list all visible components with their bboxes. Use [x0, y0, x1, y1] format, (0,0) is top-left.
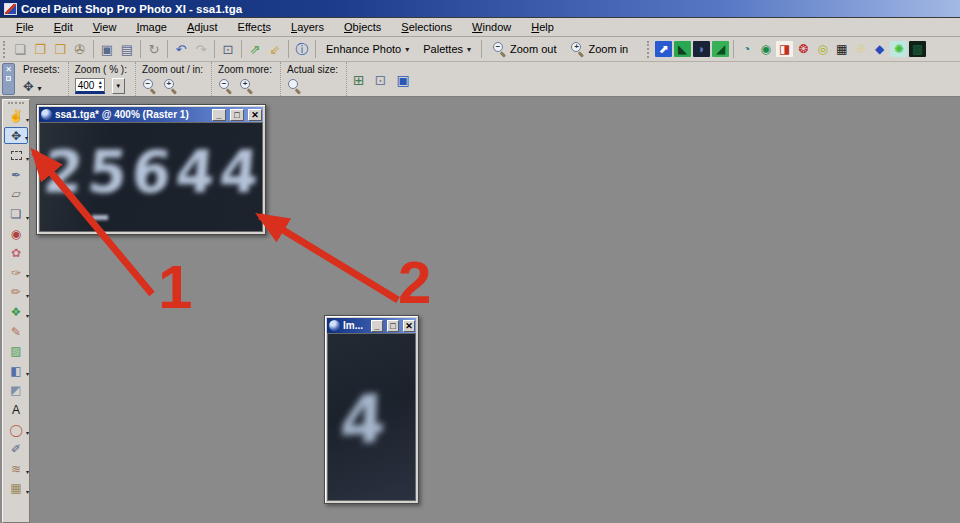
menu-view[interactable]: View — [83, 19, 127, 35]
selection-tool[interactable]: ▾ — [4, 147, 28, 164]
browse-button[interactable]: ❒ — [50, 39, 70, 59]
zoom-out-button[interactable]: − Zoom out — [485, 40, 563, 58]
app-titlebar[interactable]: Corel Paint Shop Pro Photo XI - ssa1.tga — [0, 0, 960, 18]
info-button[interactable]: ⓘ — [292, 39, 312, 59]
menu-layers[interactable]: Layers — [281, 19, 334, 35]
zoom-out-more-button[interactable]: − — [218, 79, 232, 93]
enhance-photo-button[interactable]: Enhance Photo ▾ — [319, 41, 416, 57]
paint-brush-tool[interactable]: ✎ — [4, 323, 28, 340]
undo-button[interactable]: ↶ — [171, 39, 191, 59]
chevron-down-icon[interactable]: ▾ — [26, 293, 29, 299]
flood-fill-tool[interactable]: ◧▾ — [4, 362, 28, 379]
mesh-warp-tool[interactable]: ▦▾ — [4, 480, 28, 497]
resize-button[interactable]: ⊡ — [218, 39, 238, 59]
zoom-in-more-button[interactable]: + — [239, 79, 253, 93]
scratch-remover-tool[interactable]: ✏▾ — [4, 284, 28, 301]
presets-button[interactable]: ✥ ▾ — [23, 79, 42, 94]
share-upload-button[interactable]: ⇗ — [245, 39, 265, 59]
document-window-small[interactable]: Im... _ □ ✕ 4 — [324, 315, 419, 504]
zoom-percent-input[interactable]: 400 ▴ ▾ — [75, 78, 105, 94]
close-button[interactable]: ✕ — [403, 320, 415, 332]
makeover-tool[interactable]: ✿ — [4, 245, 28, 262]
script-stop-button[interactable]: ◢ — [712, 41, 729, 57]
script-run-button[interactable]: ◣ — [674, 41, 691, 57]
chevron-down-icon[interactable]: ▾ — [26, 156, 29, 162]
chevron-down-icon[interactable]: ▾ — [26, 371, 29, 377]
effect-gem-button[interactable]: ◆ — [871, 41, 888, 57]
pick-tool[interactable]: ❏▾ — [4, 206, 28, 223]
menu-window[interactable]: Window — [462, 19, 521, 35]
effect-swirl-button[interactable]: ❂ — [795, 41, 812, 57]
maximize-button[interactable]: □ — [387, 320, 399, 332]
save-as-button[interactable]: ▤ — [117, 39, 137, 59]
menu-adjust[interactable]: Adjust — [177, 19, 228, 35]
menu-file[interactable]: File — [6, 19, 44, 35]
scan-button[interactable]: ✇ — [70, 39, 90, 59]
chevron-down-icon[interactable]: ▾ — [26, 117, 29, 123]
chevron-down-icon[interactable]: ▾ — [26, 469, 29, 475]
palette-grip[interactable]: ✕ — [2, 63, 15, 95]
dropper-tool[interactable]: ✒ — [4, 166, 28, 183]
chevron-down-icon[interactable]: ▾ — [26, 313, 29, 319]
menu-objects[interactable]: Objects — [334, 19, 391, 35]
eraser-tool[interactable]: ◩ — [4, 382, 28, 399]
fit-window-to-image-button[interactable]: ⊞ — [353, 72, 365, 88]
print-button[interactable]: ↻ — [144, 39, 164, 59]
document-canvas[interactable]: 4 — [327, 333, 416, 501]
palette-close-icon[interactable]: ✕ — [5, 65, 12, 74]
open-button[interactable]: ❐ — [30, 39, 50, 59]
pan-tool[interactable]: ✌▾ — [4, 108, 28, 125]
menu-effects[interactable]: Effects — [228, 19, 281, 35]
tools-palette-grip[interactable] — [8, 102, 24, 104]
effect-texture-button[interactable]: ▩ — [909, 41, 926, 57]
preset-shapes-tool[interactable]: ◯▾ — [4, 421, 28, 438]
menu-image[interactable]: Image — [126, 19, 177, 35]
minimize-button[interactable]: _ — [212, 109, 226, 121]
maximize-button[interactable]: □ — [230, 109, 244, 121]
chevron-down-icon[interactable]: ▾ — [26, 215, 29, 221]
close-button[interactable]: ✕ — [248, 109, 262, 121]
menu-selections[interactable]: Selections — [391, 19, 462, 35]
move-tool[interactable]: ✥▾ — [4, 127, 28, 144]
effect-globe-button[interactable]: ◉ — [757, 41, 774, 57]
share-download-button[interactable]: ⇙ — [265, 39, 285, 59]
effect-sunburst-button[interactable]: ❊ — [852, 41, 869, 57]
chevron-down-icon[interactable]: ▾ — [25, 135, 28, 141]
chevron-down-icon[interactable]: ▾ — [26, 273, 29, 279]
document-canvas[interactable]: 25644 — [39, 122, 263, 232]
menu-edit[interactable]: Edit — [44, 19, 83, 35]
effect-sparkle-button[interactable]: ✺ — [890, 41, 907, 57]
spinner-arrows[interactable]: ▴ ▾ — [99, 80, 102, 90]
zoom-in-button[interactable]: + Zoom in — [563, 40, 635, 58]
menu-help[interactable]: Help — [521, 19, 564, 35]
full-screen-preview-button[interactable]: ▣ — [397, 72, 410, 88]
crop-tool[interactable]: ▱ — [4, 186, 28, 203]
effect-weave-button[interactable]: ▦ — [833, 41, 850, 57]
effect-sphere-button[interactable]: ◔ — [738, 41, 755, 57]
clone-brush-tool[interactable]: ✑▾ — [4, 264, 28, 281]
document-window-ssa1[interactable]: ssa1.tga* @ 400% (Raster 1) _ □ ✕ 25644 — [36, 104, 266, 235]
redo-button[interactable]: ↷ — [191, 39, 211, 59]
chevron-down-icon[interactable]: ▾ — [26, 489, 29, 495]
document-titlebar[interactable]: ssa1.tga* @ 400% (Raster 1) _ □ ✕ — [39, 107, 263, 122]
background-eraser-tool[interactable]: ▨ — [4, 343, 28, 360]
text-tool[interactable]: A — [4, 402, 28, 419]
effect-donut-button[interactable]: ◎ — [814, 41, 831, 57]
warp-brush-tool[interactable]: ≋▾ — [4, 460, 28, 477]
palette-pin-icon[interactable] — [6, 76, 11, 81]
zoom-slider-button[interactable]: ▾ — [112, 78, 125, 94]
object-remover-tool[interactable]: ❖▾ — [4, 304, 28, 321]
toolbar-grip[interactable] — [3, 41, 6, 58]
save-button[interactable]: ▣ — [97, 39, 117, 59]
fit-image-to-window-button[interactable]: ⊡ — [375, 72, 387, 88]
chevron-down-icon[interactable]: ▾ — [26, 430, 29, 436]
pen-tool[interactable]: ✐ — [4, 441, 28, 458]
script-edit-button[interactable]: ◗ — [693, 41, 710, 57]
red-eye-tool[interactable]: ◉ — [4, 225, 28, 242]
zoom-in-button[interactable]: + — [163, 79, 177, 93]
effects-toolbar-grip[interactable] — [647, 41, 650, 58]
minimize-button[interactable]: _ — [371, 320, 383, 332]
new-button[interactable]: ❏ — [10, 39, 30, 59]
zoom-out-button[interactable]: − — [142, 79, 156, 93]
actual-size-button[interactable] — [287, 79, 301, 93]
